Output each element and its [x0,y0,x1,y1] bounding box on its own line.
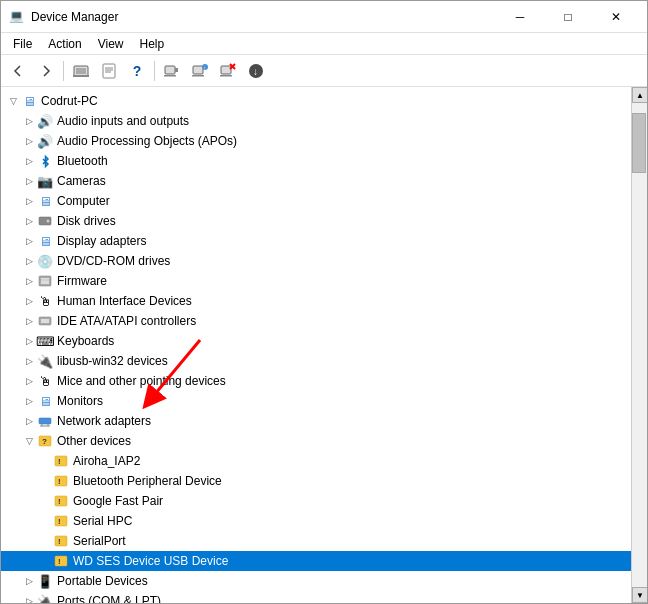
ide-label: IDE ATA/ATAPI controllers [57,314,196,328]
tree-item-other[interactable]: ▽ ? Other devices [1,431,631,451]
network-icon [37,413,53,429]
scroll-down-button[interactable]: ▼ [632,587,647,603]
tree-item-ports[interactable]: ▷ 🔌 Ports (COM & LPT) [1,591,631,603]
network-label: Network adapters [57,414,151,428]
wd-ses-label: WD SES Device USB Device [73,554,228,568]
svg-text:!: ! [58,517,61,526]
show-hidden-button[interactable] [68,58,94,84]
scan-button[interactable] [159,58,185,84]
tree-item-cameras[interactable]: ▷ 📷 Cameras [1,171,631,191]
tree-item-network[interactable]: ▷ Network adapters [1,411,631,431]
bluetooth-label: Bluetooth [57,154,108,168]
monitors-arrow: ▷ [21,393,37,409]
bt-periph-label: Bluetooth Peripheral Device [73,474,222,488]
cameras-label: Cameras [57,174,106,188]
menu-help[interactable]: Help [132,35,173,53]
tree-item-wd-ses[interactable]: ! WD SES Device USB Device [1,551,631,571]
back-button[interactable] [5,58,31,84]
properties-button[interactable] [96,58,122,84]
device-tree[interactable]: ▽ 🖥 Codrut-PC ▷ 🔊 Audio inputs and outpu… [1,87,631,603]
close-button[interactable]: ✕ [593,1,639,33]
menu-action[interactable]: Action [40,35,89,53]
tree-item-ide[interactable]: ▷ IDE ATA/ATAPI controllers [1,311,631,331]
tree-item-monitors[interactable]: ▷ 🖥 Monitors [1,391,631,411]
device-manager-window: 💻 Device Manager ─ □ ✕ File Action View … [0,0,648,604]
tree-item-serialport[interactable]: ! SerialPort [1,531,631,551]
tree-item-airoha[interactable]: ! Airoha_IAP2 [1,451,631,471]
serial-hpc-icon: ! [53,513,69,529]
tree-item-bt-periph[interactable]: ! Bluetooth Peripheral Device [1,471,631,491]
tree-item-disk[interactable]: ▷ Disk drives [1,211,631,231]
tree-item-google-fast[interactable]: ! Google Fast Pair [1,491,631,511]
tree-item-audio-apo[interactable]: ▷ 🔊 Audio Processing Objects (APOs) [1,131,631,151]
firmware-arrow: ▷ [21,273,37,289]
svg-rect-41 [55,536,67,546]
update-button[interactable]: ↑ [187,58,213,84]
svg-point-21 [47,220,50,223]
toolbar-separator-2 [154,61,155,81]
uninstall-button[interactable] [215,58,241,84]
root-arrow: ▽ [5,93,21,109]
audio-io-arrow: ▷ [21,113,37,129]
other-icon: ? [37,433,53,449]
computer-icon: 🖥 [37,193,53,209]
disk-icon [37,213,53,229]
monitors-label: Monitors [57,394,103,408]
tree-item-mice[interactable]: ▷ 🖱 Mice and other pointing devices [1,371,631,391]
disk-label: Disk drives [57,214,116,228]
monitors-icon: 🖥 [37,393,53,409]
forward-button[interactable] [33,58,59,84]
computer-label: Computer [57,194,110,208]
scroll-track[interactable] [632,103,647,587]
tree-item-display[interactable]: ▷ 🖥 Display adapters [1,231,631,251]
svg-rect-2 [73,75,89,77]
audio-apo-label: Audio Processing Objects (APOs) [57,134,237,148]
disk-arrow: ▷ [21,213,37,229]
help-button[interactable]: ? [124,58,150,84]
svg-text:!: ! [58,557,61,566]
cameras-icon: 📷 [37,173,53,189]
scroll-thumb[interactable] [632,113,646,173]
bt-periph-icon: ! [53,473,69,489]
tree-item-computer[interactable]: ▷ 🖥 Computer [1,191,631,211]
tree-item-libusb[interactable]: ▷ 🔌 libusb-win32 devices [1,351,631,371]
bluetooth-icon [37,153,53,169]
svg-rect-7 [165,66,175,74]
title-controls: ─ □ ✕ [497,1,639,33]
root-icon: 🖥 [21,93,37,109]
download-button[interactable]: ↓ [243,58,269,84]
svg-rect-11 [192,75,204,77]
minimize-button[interactable]: ─ [497,1,543,33]
svg-text:!: ! [58,537,61,546]
hid-icon: 🖱 [37,293,53,309]
audio-apo-icon: 🔊 [37,133,53,149]
tree-item-serial-hpc[interactable]: ! Serial HPC [1,511,631,531]
svg-rect-37 [55,496,67,506]
svg-text:↓: ↓ [253,66,258,77]
tree-item-firmware[interactable]: ▷ Firmware [1,271,631,291]
tree-item-audio-io[interactable]: ▷ 🔊 Audio inputs and outputs [1,111,631,131]
hid-label: Human Interface Devices [57,294,192,308]
hid-arrow: ▷ [21,293,37,309]
computer-arrow: ▷ [21,193,37,209]
menu-file[interactable]: File [5,35,40,53]
portable-arrow: ▷ [21,573,37,589]
maximize-button[interactable]: □ [545,1,591,33]
vertical-scrollbar[interactable]: ▲ ▼ [631,87,647,603]
menu-view[interactable]: View [90,35,132,53]
tree-root[interactable]: ▽ 🖥 Codrut-PC [1,91,631,111]
ports-label: Ports (COM & LPT) [57,594,161,603]
svg-rect-14 [221,66,231,74]
toolbar-separator-1 [63,61,64,81]
tree-item-bluetooth[interactable]: ▷ Bluetooth [1,151,631,171]
menu-bar: File Action View Help [1,33,647,55]
tree-item-portable[interactable]: ▷ 📱 Portable Devices [1,571,631,591]
svg-text:!: ! [58,457,61,466]
scroll-up-button[interactable]: ▲ [632,87,647,103]
tree-item-keyboards[interactable]: ▷ ⌨ Keyboards [1,331,631,351]
tree-item-dvd[interactable]: ▷ 💿 DVD/CD-ROM drives [1,251,631,271]
serialport-icon: ! [53,533,69,549]
svg-rect-3 [103,64,115,78]
svg-rect-27 [39,418,51,424]
tree-item-hid[interactable]: ▷ 🖱 Human Interface Devices [1,291,631,311]
